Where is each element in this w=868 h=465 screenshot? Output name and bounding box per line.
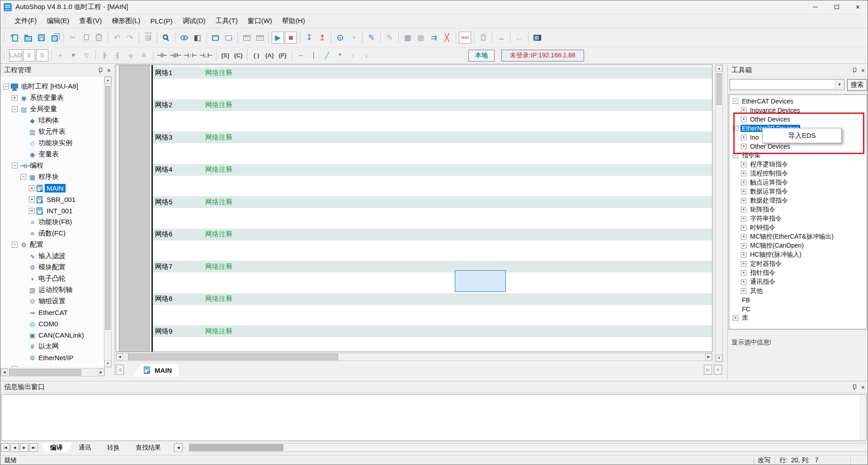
- vertical-line-button[interactable]: │: [308, 49, 320, 61]
- convert-cancel-button[interactable]: ╳: [441, 32, 453, 44]
- toolbox-tree-item-9[interactable]: +触点运算指令: [729, 178, 867, 187]
- project-tree-item-21[interactable]: ◎COM0: [0, 318, 104, 329]
- network-header-9[interactable]: 网络9网络注释: [152, 325, 712, 337]
- expand-box[interactable]: +: [741, 225, 746, 230]
- save-button[interactable]: [35, 32, 47, 44]
- convert-button[interactable]: ⇉: [428, 32, 440, 44]
- expand-box[interactable]: +: [29, 185, 35, 191]
- rail-right-button[interactable]: ╢: [112, 49, 124, 61]
- move-down-button[interactable]: ↓: [360, 49, 373, 61]
- network-comment[interactable]: 网络注释: [205, 295, 232, 303]
- output-hscrollbar[interactable]: [189, 443, 868, 452]
- branch-close-button[interactable]: ╧: [138, 49, 150, 61]
- watch-table-button[interactable]: [178, 32, 190, 44]
- scroll-left-icon[interactable]: ◀: [1, 369, 8, 376]
- output-tab-0[interactable]: 编译: [41, 443, 72, 452]
- network-comment[interactable]: 网络注释: [205, 198, 232, 207]
- copy-button[interactable]: [80, 32, 92, 44]
- expand-box[interactable]: +: [741, 216, 746, 221]
- expand-box[interactable]: +: [741, 234, 746, 240]
- expand-box[interactable]: +: [29, 208, 35, 214]
- rail-left-button[interactable]: ╟: [99, 49, 111, 61]
- project-tree-item-16[interactable]: ⚙模块配置: [0, 262, 104, 273]
- network-header-1[interactable]: 网络1网络注释: [152, 67, 712, 79]
- toolbox-tree-item-14[interactable]: +时钟指令: [729, 223, 867, 232]
- append-row-button[interactable]: ▽: [80, 49, 93, 61]
- expand-box[interactable]: +: [733, 315, 738, 321]
- expand-box[interactable]: +: [741, 270, 746, 276]
- expand-box[interactable]: +: [741, 261, 746, 267]
- tab-close-icon[interactable]: ×: [714, 365, 722, 375]
- menu-item-3[interactable]: 梯形图(L): [107, 15, 145, 27]
- first-tab-icon[interactable]: |◀: [1, 443, 9, 452]
- toolbox-tree-item-10[interactable]: +数据运算指令: [729, 187, 867, 196]
- toolbox-tree-item-13[interactable]: +字符串指令: [729, 214, 867, 223]
- undo-button[interactable]: ↶: [111, 32, 123, 44]
- stop-button[interactable]: ■: [285, 32, 297, 44]
- project-tree-item-8[interactable]: −▦程序块: [0, 171, 104, 183]
- panel-close-icon[interactable]: ×: [107, 67, 111, 74]
- new-file-button[interactable]: [9, 32, 21, 44]
- toolbox-tree-item-1[interactable]: +Inovance Devices: [729, 106, 867, 115]
- collapse-box[interactable]: −: [12, 106, 18, 112]
- login-button[interactable]: →: [495, 32, 507, 44]
- toolbox-tree-item-18[interactable]: +定时器指令: [729, 259, 867, 268]
- contact-rising-button[interactable]: ⊣↑⊢: [183, 49, 198, 61]
- upload-button[interactable]: ↥: [316, 32, 328, 44]
- network-comment[interactable]: 网络注释: [205, 230, 232, 239]
- cut-button[interactable]: ✂: [66, 32, 79, 44]
- scroll-up-icon[interactable]: ▲: [716, 65, 722, 72]
- project-tree-item-7[interactable]: −⊣⊢编程: [0, 160, 104, 171]
- counter-button[interactable]: {C}: [232, 49, 245, 61]
- project-tree-item-13[interactable]: ≡函数(FC): [0, 228, 104, 239]
- scroll-right-icon[interactable]: ▶: [98, 369, 104, 376]
- expand-box[interactable]: +: [741, 108, 746, 113]
- expand-box[interactable]: +: [741, 189, 746, 194]
- network-comment[interactable]: 网络注释: [205, 69, 232, 77]
- context-menu-item-import-eds[interactable]: 导入EDS: [788, 132, 816, 140]
- editor-vscrollbar[interactable]: ▲ ▼: [715, 65, 723, 362]
- maximize-button[interactable]: [826, 0, 847, 14]
- menu-item-6[interactable]: 工具(T): [211, 15, 243, 27]
- editor-tab-main[interactable]: M MAIN: [134, 364, 179, 376]
- project-tree-item-4[interactable]: ▥软元件表: [0, 126, 104, 137]
- toolbox-tree-item-12[interactable]: +矩阵指令: [729, 205, 867, 214]
- toolbox-search-combobox[interactable]: ▼: [730, 79, 844, 90]
- project-tree-item-14[interactable]: −⚙配置: [0, 239, 104, 250]
- network-header-6[interactable]: 网络6网络注释: [152, 229, 712, 240]
- insert-row-button[interactable]: ▼: [67, 49, 80, 61]
- redo-button[interactable]: ↷: [124, 32, 136, 44]
- panel-close-icon[interactable]: ×: [861, 384, 865, 390]
- scroll-thumb[interactable]: [717, 73, 722, 105]
- project-tree-item-15[interactable]: ∿输入滤波: [0, 250, 104, 262]
- project-tree-item-18[interactable]: ▥运动控制轴: [0, 284, 104, 296]
- collapse-box[interactable]: −: [12, 242, 18, 248]
- toolbox-tree-item-11[interactable]: +数据处理指令: [729, 196, 867, 205]
- project-tree-item-11[interactable]: +IINT_001: [0, 205, 104, 216]
- project-tree-item-6[interactable]: ◉变量表: [0, 149, 104, 160]
- editor-hscrollbar[interactable]: ◀ ▶: [116, 353, 712, 361]
- project-tree-hscrollbar[interactable]: ◀ ▶: [0, 368, 105, 376]
- network-header-7[interactable]: 网络7网络注释: [152, 261, 712, 272]
- expand-box[interactable]: +: [741, 288, 746, 294]
- toolbox-tree-item-20[interactable]: +通讯指令: [729, 277, 867, 287]
- project-tree-item-0[interactable]: −临时工程 [H5U-A8]: [0, 81, 104, 92]
- project-tree-item-23[interactable]: #以太网: [0, 341, 104, 352]
- lad-mode-button[interactable]: LAD: [9, 49, 22, 61]
- window-cascade-button[interactable]: [209, 32, 222, 44]
- toolbar-grip[interactable]: [5, 16, 7, 26]
- next-tab-icon[interactable]: ▶: [20, 443, 28, 452]
- scroll-right-icon[interactable]: ▶: [705, 353, 712, 360]
- project-tree-item-22[interactable]: ▣CAN(CANLink): [0, 329, 104, 341]
- project-tree-item-12[interactable]: ≡功能块(FB): [0, 216, 104, 228]
- menu-item-2[interactable]: 查看(V): [74, 15, 107, 27]
- horizontal-line-button[interactable]: ─: [295, 49, 307, 61]
- set-coil-button[interactable]: [S]: [219, 49, 231, 61]
- toolbox-tree-item-2[interactable]: +Other Devices: [729, 115, 867, 124]
- toolbox-tree-item-5[interactable]: +Other Devices: [729, 142, 867, 151]
- login-status-button[interactable]: 未登录:IP:192.168.1.88: [501, 50, 584, 61]
- toolbox-tree-item-7[interactable]: +程序逻辑指令: [729, 160, 867, 169]
- output-content[interactable]: [1, 394, 867, 441]
- toolbox-search-button[interactable]: 搜索: [847, 79, 867, 91]
- expand-box[interactable]: +: [741, 279, 746, 285]
